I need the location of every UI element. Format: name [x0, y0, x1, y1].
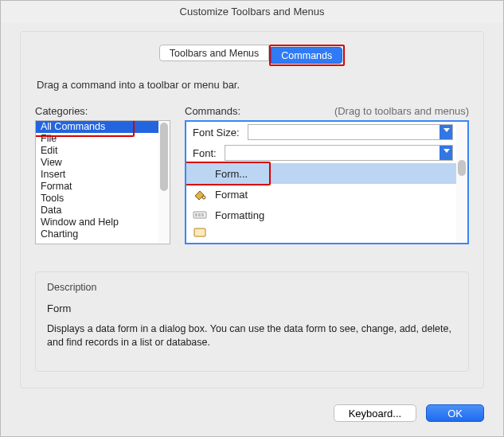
categories-scrollbar-thumb[interactable] [160, 123, 168, 191]
command-font[interactable]: Font: [186, 142, 467, 163]
keyboard-button[interactable]: Keyboard... [334, 404, 417, 422]
svg-rect-2 [195, 213, 197, 217]
categories-label: Categories: [35, 105, 170, 117]
categories-column: Categories: All Commands File Edit View … [35, 105, 170, 244]
categories-scrollbar[interactable] [158, 121, 170, 244]
toolbar-icon [193, 208, 207, 222]
commands-label: Commands: [185, 105, 240, 117]
instruction-text: Drag a command into a toolbar or menu ba… [37, 79, 469, 91]
command-form-label: Form... [215, 168, 248, 180]
commands-header: Commands: (Drag to toolbars and menus) [185, 105, 469, 117]
commands-scrollbar[interactable] [456, 122, 467, 243]
tab-toolbars-and-menus[interactable]: Toolbars and Menus [159, 45, 270, 61]
svg-rect-3 [198, 213, 201, 217]
chevron-down-icon [443, 149, 450, 153]
customize-toolbars-window: Customize Toolbars and Menus Toolbars an… [0, 0, 504, 437]
commands-listbox[interactable]: Font Size: Font: Form... [185, 120, 469, 244]
command-format-label: Format [215, 189, 248, 201]
drag-hint: (Drag to toolbars and menus) [334, 105, 469, 117]
svg-point-0 [202, 196, 205, 199]
category-view[interactable]: View [36, 157, 170, 169]
command-format[interactable]: Format [186, 184, 467, 205]
category-all-commands[interactable]: All Commands [36, 121, 170, 133]
paint-bucket-icon [193, 187, 207, 201]
description-text: Displays a data form in a dialog box. Yo… [47, 322, 457, 349]
category-edit[interactable]: Edit [36, 145, 170, 157]
command-formatting-label: Formatting [215, 209, 264, 221]
command-partial-row[interactable] [186, 225, 467, 240]
category-window-and-help[interactable]: Window and Help [36, 217, 170, 228]
commands-scrollbar-thumb[interactable] [458, 160, 466, 176]
description-heading: Description [47, 282, 457, 293]
category-format[interactable]: Format [36, 181, 170, 193]
dialog-body: Toolbars and Menus Commands Drag a comma… [20, 31, 484, 388]
command-font-label: Font: [193, 147, 217, 159]
font-combo[interactable] [225, 145, 453, 161]
category-charting[interactable]: Charting [36, 228, 170, 240]
category-data[interactable]: Data [36, 205, 170, 217]
command-formatting[interactable]: Formatting [186, 205, 467, 225]
unknown-icon [193, 225, 207, 240]
tab-commands[interactable]: Commands [271, 47, 342, 64]
font-size-combo[interactable] [248, 124, 453, 140]
chevron-down-icon [443, 128, 450, 132]
dialog-footer: Keyboard... OK [334, 404, 484, 422]
commands-column: Commands: (Drag to toolbars and menus) F… [185, 105, 469, 244]
description-command-name: Form [47, 302, 457, 314]
category-file[interactable]: File [36, 133, 170, 145]
command-font-size-label: Font Size: [193, 127, 240, 139]
description-panel: Description Form Displays a data form in… [35, 271, 469, 372]
columns: Categories: All Commands File Edit View … [35, 105, 469, 244]
command-form[interactable]: Form... [186, 163, 467, 184]
window-title: Customize Toolbars and Menus [1, 1, 503, 23]
svg-rect-4 [201, 213, 204, 217]
tab-bar: Toolbars and Menus Commands [35, 45, 469, 66]
svg-rect-5 [194, 228, 205, 236]
category-tools[interactable]: Tools [36, 193, 170, 205]
categories-listbox[interactable]: All Commands File Edit View Insert Forma… [35, 120, 170, 244]
command-font-size[interactable]: Font Size: [186, 122, 467, 142]
highlight-commands-tab: Commands [269, 45, 345, 66]
category-insert[interactable]: Insert [36, 169, 170, 181]
ok-button[interactable]: OK [426, 404, 484, 422]
